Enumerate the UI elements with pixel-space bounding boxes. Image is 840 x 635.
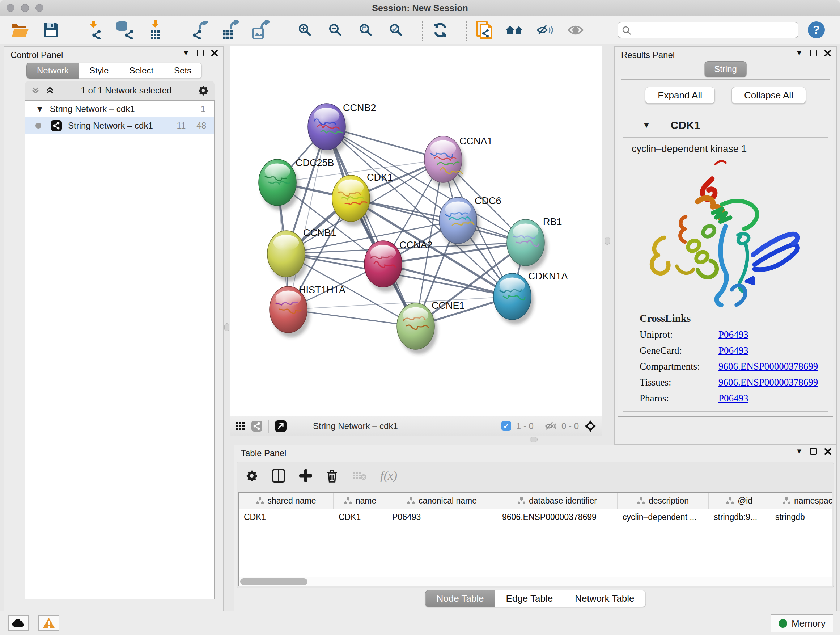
network-node-CCNB2[interactable] — [308, 103, 348, 155]
network-node-CCNA1[interactable] — [424, 136, 465, 187]
panel-menu-caret-icon[interactable]: ▼ — [796, 49, 803, 57]
tab-string[interactable]: String — [704, 61, 747, 77]
column-header-description[interactable]: description — [617, 493, 709, 509]
float-panel-icon[interactable] — [810, 50, 817, 57]
crosslink-link[interactable]: P06493 — [718, 393, 748, 404]
tab-select[interactable]: Select — [119, 63, 164, 79]
table-cell[interactable]: 9606.ENSP00000378699 — [497, 509, 617, 525]
table-cell[interactable]: CDK1 — [239, 509, 333, 525]
open-folder-button[interactable] — [9, 19, 32, 41]
column-header-canonical-name[interactable]: canonical name — [387, 493, 497, 509]
tab-edge-table[interactable]: Edge Table — [495, 590, 564, 607]
network-edge[interactable] — [288, 127, 327, 310]
column-header-@id[interactable]: @id — [709, 493, 770, 509]
control-panel-tabs: NetworkStyleSelectSets — [27, 63, 202, 79]
table-row[interactable]: CDK1CDK1P064939606.ENSP00000378699cyclin… — [239, 509, 832, 525]
scrollbar-thumb[interactable] — [240, 578, 308, 585]
close-panel-icon[interactable] — [824, 448, 831, 455]
collapse-all-icon[interactable] — [31, 86, 40, 95]
float-panel-icon[interactable] — [810, 448, 817, 455]
tree-expander-icon[interactable]: ▼ — [35, 104, 44, 114]
close-panel-icon[interactable] — [211, 50, 218, 57]
splitter-handle[interactable] — [224, 323, 229, 331]
tab-style[interactable]: Style — [79, 63, 119, 79]
horizontal-scrollbar[interactable] — [239, 577, 832, 586]
network-view-icon[interactable] — [251, 420, 263, 432]
column-header-namespace[interactable]: namespace — [770, 493, 832, 509]
add-column-icon[interactable] — [299, 469, 312, 482]
export-image-button[interactable] — [249, 19, 272, 41]
delete-column-icon[interactable] — [326, 469, 338, 483]
warning-button[interactable] — [38, 615, 59, 631]
crosslink-link[interactable]: 9606.ENSP00000378699 — [718, 377, 818, 388]
table-cell[interactable]: CDK1 — [333, 509, 387, 525]
network-collection-row[interactable]: ▼ String Network – cdk1 1 — [25, 101, 214, 117]
save-button[interactable] — [40, 19, 62, 41]
network-node-CCNB1[interactable] — [267, 231, 308, 282]
hidden-eye-icon[interactable] — [544, 421, 556, 432]
column-header-shared-name[interactable]: shared name — [239, 493, 333, 509]
tab-node-table[interactable]: Node Table — [425, 590, 495, 607]
search-input[interactable] — [617, 22, 798, 38]
zoom-in-button[interactable] — [294, 19, 316, 41]
network-node-CDK1[interactable] — [332, 175, 373, 226]
table-cell[interactable]: stringdb:9... — [709, 509, 770, 525]
zoom-fit-button[interactable] — [355, 19, 377, 41]
section-expander-icon[interactable]: ▼ — [643, 120, 651, 130]
collapse-all-button[interactable]: Collapse All — [731, 87, 806, 103]
help-button[interactable]: ? — [808, 21, 825, 38]
crosslink-link[interactable]: P06493 — [718, 345, 748, 356]
tab-network[interactable]: Network — [27, 63, 79, 79]
function-builder-icon[interactable]: f(x) — [380, 469, 397, 483]
table-cell[interactable]: P06493 — [387, 509, 497, 525]
eye-button[interactable] — [564, 19, 587, 41]
float-panel-icon[interactable] — [197, 50, 204, 57]
import-network-button[interactable] — [84, 19, 106, 41]
crosslink-link[interactable]: P06493 — [718, 329, 748, 340]
open-folder-icon — [11, 22, 30, 38]
memory-button[interactable]: Memory — [771, 614, 834, 632]
import-database-button[interactable] — [114, 19, 137, 41]
table-cell[interactable]: cyclin–dependent ... — [617, 509, 709, 525]
column-type-icon — [637, 497, 645, 505]
refresh-button[interactable] — [429, 19, 452, 41]
export-network-button[interactable] — [189, 19, 211, 41]
table-settings-gear-icon[interactable] — [246, 470, 258, 482]
delete-table-icon[interactable] — [352, 470, 366, 481]
network-node-RB1[interactable] — [507, 219, 547, 271]
splitter-handle[interactable] — [530, 437, 538, 442]
column-header-name[interactable]: name — [333, 493, 387, 509]
eye-slash-button[interactable] — [534, 19, 556, 41]
cloud-button[interactable] — [8, 615, 29, 631]
detach-view-icon[interactable] — [275, 420, 287, 432]
expand-all-icon[interactable] — [45, 86, 55, 95]
network-canvas[interactable]: CCNB2CCNA1CDC25BCDK1CDC6RB1CCNB1CCNA2CDK… — [230, 46, 601, 416]
network-node-CDC6[interactable] — [439, 197, 480, 249]
close-panel-icon[interactable] — [824, 50, 831, 57]
network-node-CDC25B[interactable] — [259, 159, 299, 211]
splitter-handle[interactable] — [605, 237, 610, 245]
panel-menu-caret-icon[interactable]: ▼ — [796, 447, 803, 455]
selected-counts: 1 - 0 — [516, 421, 534, 431]
network-options-gear-icon[interactable] — [198, 85, 209, 96]
table-cell[interactable]: stringdb — [770, 509, 832, 525]
copy-style-button[interactable] — [473, 19, 496, 41]
birds-eye-icon[interactable] — [584, 420, 597, 432]
panel-menu-caret-icon[interactable]: ▼ — [182, 49, 189, 57]
column-header-database-identifier[interactable]: database identifier — [497, 493, 617, 509]
show-columns-icon[interactable] — [272, 469, 286, 483]
zoom-selected-button[interactable] — [385, 19, 407, 41]
selected-checkbox-icon[interactable]: ✓ — [501, 421, 511, 431]
network-edge[interactable] — [327, 127, 416, 326]
tab-network-table[interactable]: Network Table — [564, 590, 645, 607]
grid-view-icon[interactable] — [235, 421, 245, 431]
import-table-button[interactable] — [145, 19, 167, 41]
expand-all-button[interactable]: Expand All — [645, 87, 715, 103]
hide-houses-button[interactable] — [504, 19, 526, 41]
tab-sets[interactable]: Sets — [164, 63, 202, 79]
zoom-out-button[interactable] — [324, 19, 347, 41]
network-row[interactable]: String Network – cdk1 11 48 — [25, 117, 214, 134]
gene-section-header[interactable]: ▼ CDK1 — [622, 114, 829, 136]
export-table-button[interactable] — [219, 19, 242, 41]
crosslink-link[interactable]: 9606.ENSP00000378699 — [718, 361, 818, 372]
